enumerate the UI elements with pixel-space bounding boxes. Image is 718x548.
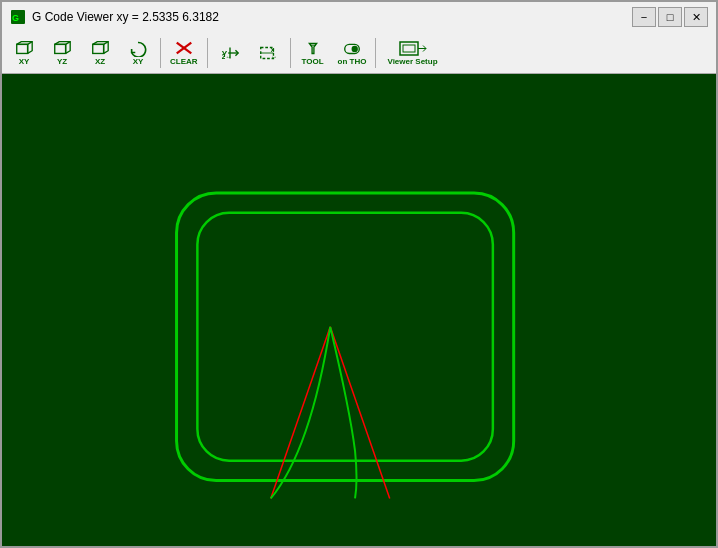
- svg-text:x: x: [270, 46, 274, 53]
- svg-rect-28: [403, 45, 415, 52]
- cube-xz-icon: [90, 39, 110, 57]
- gcode-canvas: [2, 74, 716, 546]
- toggle-icon: [342, 39, 362, 57]
- svg-point-26: [352, 46, 358, 52]
- title-bar: G G Code Viewer xy = 2.5335 6.3182 − □ ✕: [2, 2, 716, 32]
- minimize-button[interactable]: −: [632, 7, 656, 27]
- viewer-setup-icon: [398, 39, 428, 57]
- separator-3: [290, 38, 291, 68]
- maximize-button[interactable]: □: [658, 7, 682, 27]
- canvas-area: [2, 74, 716, 546]
- svg-text:2↔: 2↔: [221, 53, 231, 60]
- main-window: G G Code Viewer xy = 2.5335 6.3182 − □ ✕…: [0, 0, 718, 548]
- on-tho-label: on THO: [338, 57, 367, 66]
- clear-button[interactable]: CLEAR: [165, 35, 203, 71]
- svg-rect-6: [55, 44, 66, 53]
- view-yz-button[interactable]: YZ: [44, 35, 80, 71]
- view-xz-label: XZ: [95, 57, 105, 66]
- rotate-xy-label: XY: [133, 57, 144, 66]
- on-tho-button[interactable]: on THO: [333, 35, 372, 71]
- toolbar: XY YZ XZ: [2, 32, 716, 74]
- cube-xy-icon: [14, 39, 34, 57]
- svg-rect-10: [93, 44, 104, 53]
- tool-label: TOOL: [302, 57, 324, 66]
- separator-2: [207, 38, 208, 68]
- window-title: G Code Viewer xy = 2.5335 6.3182: [32, 10, 219, 24]
- rotate-xy-button[interactable]: XY: [120, 35, 156, 71]
- tool-icon: [303, 39, 323, 57]
- clear-icon: [174, 39, 194, 57]
- svg-text:G: G: [12, 13, 19, 23]
- close-button[interactable]: ✕: [684, 7, 708, 27]
- window-controls: − □ ✕: [632, 7, 708, 27]
- separator-4: [375, 38, 376, 68]
- rotate-xy-icon: [128, 39, 148, 57]
- app-icon: G: [10, 9, 26, 25]
- view-xy-label: XY: [19, 57, 30, 66]
- view-yz-label: YZ: [57, 57, 67, 66]
- viewer-setup-label: Viewer Setup: [387, 57, 437, 66]
- tool-button[interactable]: TOOL: [295, 35, 331, 71]
- view-xy-button[interactable]: XY: [6, 35, 42, 71]
- title-bar-left: G G Code Viewer xy = 2.5335 6.3182: [10, 9, 219, 25]
- separator-1: [160, 38, 161, 68]
- svg-rect-30: [3, 74, 715, 546]
- clear-label: CLEAR: [170, 57, 198, 66]
- svg-text:↔: ↔: [270, 53, 276, 60]
- box-select-icon: ↔ x: [258, 44, 278, 62]
- zoom-fit-icon: Y 2↔: [220, 44, 240, 62]
- view-xz-button[interactable]: XZ: [82, 35, 118, 71]
- box-select-button[interactable]: ↔ x: [250, 35, 286, 71]
- cube-yz-icon: [52, 39, 72, 57]
- viewer-setup-button[interactable]: Viewer Setup: [380, 35, 444, 71]
- zoom-fit-button[interactable]: Y 2↔: [212, 35, 248, 71]
- svg-rect-2: [17, 44, 28, 53]
